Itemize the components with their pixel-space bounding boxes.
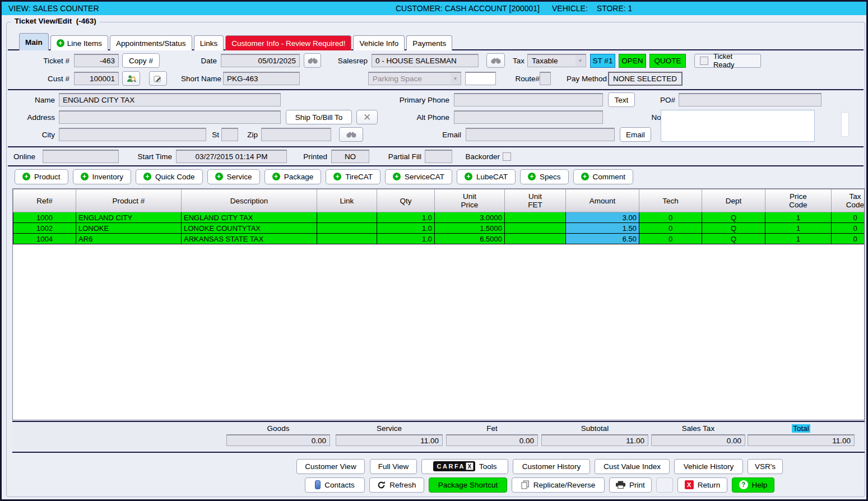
- ticket-ready-checkbox[interactable]: [700, 57, 708, 65]
- parking-space-select[interactable]: Parking Space ▼: [368, 72, 461, 85]
- add-specs-button[interactable]: +Specs: [520, 169, 569, 184]
- add-comment-button[interactable]: +Comment: [573, 169, 634, 184]
- refresh-button[interactable]: Refresh: [369, 477, 424, 493]
- add-service-button[interactable]: +Service: [207, 169, 260, 184]
- address-field[interactable]: [59, 110, 281, 124]
- cell-description[interactable]: LONOKE COUNTYTAX: [182, 223, 317, 234]
- parking-space-input[interactable]: [465, 72, 496, 85]
- table-row[interactable]: 1002 LONOKE LONOKE COUNTYTAX 1.0 1.5000 …: [13, 223, 865, 234]
- table-row[interactable]: 1000 ENGLAND CITY ENGLAND CITY TAX 1.0 3…: [13, 212, 865, 223]
- email-button[interactable]: Email: [620, 127, 651, 142]
- date-lookup-button[interactable]: [304, 53, 321, 68]
- cell-tax-code[interactable]: 0: [832, 223, 865, 234]
- help-button[interactable]: ?Help: [732, 477, 774, 493]
- partial-fill-field[interactable]: [425, 150, 452, 163]
- po-field[interactable]: [679, 93, 821, 106]
- tab-payments[interactable]: Payments: [406, 35, 452, 50]
- cell-dept[interactable]: Q: [702, 234, 765, 244]
- salesrep-lookup-button[interactable]: [486, 53, 505, 68]
- note-scrollbar[interactable]: [841, 112, 849, 137]
- cell-product[interactable]: LONOKE: [76, 223, 182, 234]
- vsrs-button[interactable]: VSR's: [748, 459, 783, 474]
- date-field[interactable]: 05/01/2025: [221, 54, 300, 67]
- add-lubecat-button[interactable]: +LubeCAT: [457, 169, 516, 184]
- zip-lookup-button[interactable]: [339, 127, 363, 142]
- cell-unit-price[interactable]: 1.5000: [435, 223, 505, 234]
- col-description[interactable]: Description: [182, 189, 317, 212]
- customer-lookup-button[interactable]: [122, 71, 140, 86]
- name-field[interactable]: ENGLAND CITY TAX: [59, 93, 281, 106]
- return-button[interactable]: XReturn: [677, 477, 727, 493]
- tab-line-items[interactable]: +Line Items: [50, 35, 108, 50]
- col-product[interactable]: Product #: [76, 189, 182, 212]
- col-price-code[interactable]: Price Code: [765, 189, 832, 212]
- cell-dept[interactable]: Q: [702, 223, 765, 234]
- cell-tax-code[interactable]: 0: [832, 234, 865, 244]
- cell-qty[interactable]: 1.0: [377, 234, 435, 244]
- add-tirecat-button[interactable]: +TireCAT: [326, 169, 380, 184]
- package-shortcut-button[interactable]: Package Shortcut: [429, 477, 507, 493]
- cell-description[interactable]: ENGLAND CITY TAX: [182, 212, 317, 223]
- salesrep-field[interactable]: 0 - HOUSE SALESMAN: [372, 54, 479, 67]
- short-name-field[interactable]: PKG-463: [223, 72, 300, 85]
- cell-unit-price[interactable]: 6.5000: [435, 234, 505, 244]
- cell-amount[interactable]: 1.50: [566, 223, 639, 234]
- add-product-button[interactable]: +Product: [15, 169, 68, 184]
- customer-history-button[interactable]: Customer History: [513, 459, 590, 474]
- primary-phone-field[interactable]: [454, 93, 603, 106]
- cust-value-index-button[interactable]: Cust Value Index: [595, 459, 670, 474]
- cell-ref[interactable]: 1002: [13, 223, 76, 234]
- tax-select[interactable]: Taxable ▼: [527, 54, 586, 67]
- tab-appointments-status[interactable]: Appointments/Status: [110, 35, 192, 50]
- cell-price-code[interactable]: 1: [765, 223, 832, 234]
- online-field[interactable]: [43, 150, 119, 163]
- cell-dept[interactable]: Q: [702, 212, 765, 223]
- col-amount[interactable]: Amount: [566, 189, 639, 212]
- cell-product[interactable]: AR6: [76, 234, 182, 244]
- add-package-button[interactable]: +Package: [264, 169, 322, 184]
- clear-ship-to-button[interactable]: ✕: [356, 110, 378, 124]
- add-quick-code-button[interactable]: +Quick Code: [136, 169, 203, 184]
- email-field[interactable]: [466, 128, 615, 141]
- col-unit-price[interactable]: Unit Price: [435, 189, 505, 212]
- cell-unit-fet[interactable]: [505, 223, 566, 234]
- cell-tax-code[interactable]: 0: [832, 212, 865, 223]
- tab-vehicle-info[interactable]: Vehicle Info: [353, 35, 405, 50]
- cell-ref[interactable]: 1004: [13, 234, 76, 244]
- spacer-button[interactable]: [656, 477, 673, 493]
- cell-link[interactable]: [317, 234, 377, 244]
- cust-number-field[interactable]: 100001: [74, 72, 119, 85]
- cell-price-code[interactable]: 1: [765, 212, 832, 223]
- cell-qty[interactable]: 1.0: [377, 212, 435, 223]
- col-qty[interactable]: Qty: [377, 189, 435, 212]
- col-unit-fet[interactable]: Unit FET: [505, 189, 566, 212]
- cell-ref[interactable]: 1000: [13, 212, 76, 223]
- state-field[interactable]: [221, 128, 238, 141]
- cell-link[interactable]: [317, 223, 377, 234]
- route-field[interactable]: [540, 72, 551, 85]
- add-servicecat-button[interactable]: +ServiceCAT: [385, 169, 452, 184]
- cell-tech[interactable]: 0: [639, 234, 702, 244]
- ship-to-bill-to-button[interactable]: Ship To/Bill To: [286, 110, 352, 124]
- col-tech[interactable]: Tech: [639, 189, 702, 212]
- printed-field[interactable]: NO: [331, 150, 369, 163]
- cell-unit-price[interactable]: 3.0000: [435, 212, 505, 223]
- full-view-button[interactable]: Full View: [370, 459, 417, 474]
- col-link[interactable]: Link: [317, 189, 377, 212]
- tab-customer-info-review[interactable]: Customer Info - Review Required!: [225, 35, 351, 50]
- backorder-checkbox[interactable]: [503, 152, 511, 161]
- print-button[interactable]: Print: [609, 477, 652, 493]
- cell-link[interactable]: [317, 212, 377, 223]
- cell-qty[interactable]: 1.0: [377, 223, 435, 234]
- col-tax-code[interactable]: Tax Code: [832, 189, 865, 212]
- col-dept[interactable]: Dept: [702, 189, 765, 212]
- cell-price-code[interactable]: 1: [765, 234, 832, 244]
- tab-main[interactable]: Main: [19, 33, 49, 50]
- col-ref[interactable]: Ref#: [13, 189, 76, 212]
- text-button[interactable]: Text: [608, 92, 635, 107]
- replicate-reverse-button[interactable]: Replicate/Reverse: [512, 477, 605, 493]
- cell-unit-fet[interactable]: [505, 234, 566, 244]
- zip-field[interactable]: [261, 128, 331, 141]
- cell-amount[interactable]: 3.00: [566, 212, 639, 223]
- start-time-field[interactable]: 03/27/2015 01:14 PM: [176, 150, 287, 163]
